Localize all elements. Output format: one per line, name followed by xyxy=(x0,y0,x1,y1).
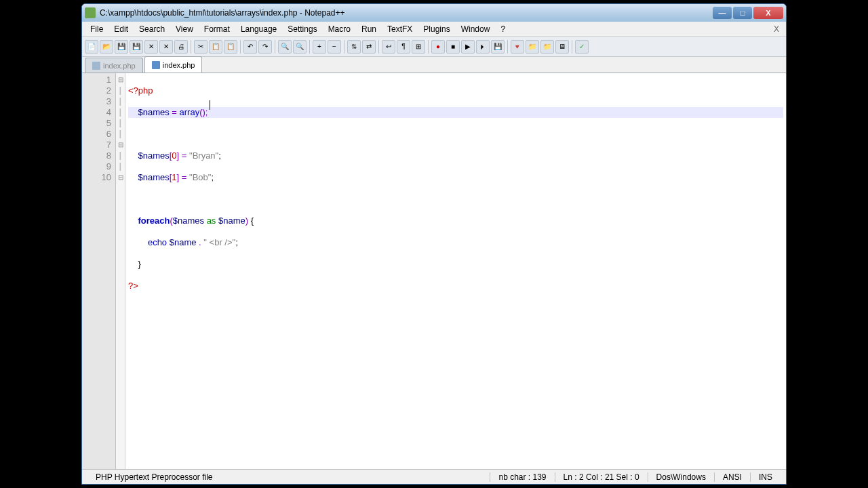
play-icon[interactable]: ▶ xyxy=(461,40,475,54)
print-icon[interactable]: 🖨 xyxy=(174,40,188,54)
fold-toggle-icon[interactable]: ⊟ xyxy=(116,172,125,183)
play-multi-icon[interactable]: ⏵ xyxy=(476,40,490,54)
line-num: 3 xyxy=(82,96,111,107)
indent-guide-icon[interactable]: ⊞ xyxy=(412,40,425,54)
close-all-icon[interactable]: ✕ xyxy=(159,40,173,54)
tabbar: index.php index.php xyxy=(82,57,786,73)
editor[interactable]: 1 2 3 4 5 6 7 8 9 10 ⊟ │ │ │ │ │ ⊟ │ │ ⊟… xyxy=(82,73,786,469)
fold-line: │ xyxy=(116,96,125,107)
menu-help[interactable]: ? xyxy=(495,23,511,35)
status-nbchar: nb char : 139 xyxy=(490,472,554,482)
window-title: C:\xampp\htdocs\public_html\tutorials\ar… xyxy=(100,8,713,18)
copy-icon[interactable]: 📋 xyxy=(209,40,222,54)
menu-settings[interactable]: Settings xyxy=(282,23,322,35)
code-line: $names[0] = "Bryan"; xyxy=(128,150,783,161)
code-line: <?php xyxy=(128,85,783,96)
tab-active[interactable]: index.php xyxy=(144,56,203,73)
tab-inactive[interactable]: index.php xyxy=(85,58,143,73)
app-icon xyxy=(85,7,96,18)
menu-format[interactable]: Format xyxy=(199,23,235,35)
line-num: 8 xyxy=(82,150,111,161)
check-icon[interactable]: ✓ xyxy=(575,40,589,54)
code-line xyxy=(128,194,783,205)
code-line: foreach($names as $name) { xyxy=(128,216,783,226)
menu-close-x[interactable]: X xyxy=(770,23,783,35)
tab-label: index.php xyxy=(163,61,195,69)
line-num: 6 xyxy=(82,129,111,140)
window-buttons: — □ X xyxy=(713,7,783,19)
stop-icon[interactable]: ■ xyxy=(446,40,460,54)
toolbar: 📄 📂 💾 💾 ✕ ✕ 🖨 ✂ 📋 📋 ↶ ↷ 🔍 🔍 + − ⇅ ⇄ ↩ ¶ … xyxy=(82,37,786,57)
status-encoding[interactable]: ANSI xyxy=(714,472,750,482)
statusbar: PHP Hypertext Preprocessor file nb char … xyxy=(82,469,786,484)
minimize-button[interactable]: — xyxy=(713,7,732,19)
bookmark-icon[interactable]: ♥ xyxy=(511,40,524,54)
redo-icon[interactable]: ↷ xyxy=(258,40,272,54)
save-icon[interactable]: 💾 xyxy=(115,40,128,54)
monitor-icon[interactable]: 🖥 xyxy=(555,40,569,54)
paste-icon[interactable]: 📋 xyxy=(224,40,237,54)
folder-icon[interactable]: 📁 xyxy=(540,40,554,54)
code-line: echo $name . " <br />"; xyxy=(128,237,783,248)
status-insert-mode[interactable]: INS xyxy=(750,472,781,482)
replace-icon[interactable]: 🔍 xyxy=(293,40,307,54)
code-line xyxy=(128,129,783,140)
show-all-icon[interactable]: ¶ xyxy=(397,40,410,54)
zoom-out-icon[interactable]: − xyxy=(328,40,341,54)
menu-plugins[interactable]: Plugins xyxy=(418,23,455,35)
fold-toggle-icon[interactable]: ⊟ xyxy=(116,140,125,150)
status-eol[interactable]: Dos\Windows xyxy=(648,472,714,482)
line-num: 9 xyxy=(82,161,111,172)
line-num: 2 xyxy=(82,85,111,96)
line-num: 4 xyxy=(82,107,111,118)
menu-window[interactable]: Window xyxy=(456,23,496,35)
record-icon[interactable]: ● xyxy=(431,40,445,54)
code-line: $names = array(); xyxy=(128,107,783,118)
menu-search[interactable]: Search xyxy=(134,23,170,35)
status-position: Ln : 2 Col : 21 Sel : 0 xyxy=(555,472,648,482)
code-line: $names[1] = "Bob"; xyxy=(128,172,783,183)
maximize-button[interactable]: □ xyxy=(733,7,752,19)
menu-file[interactable]: File xyxy=(85,23,108,35)
status-filetype: PHP Hypertext Preprocessor file xyxy=(87,472,490,482)
wrap-icon[interactable]: ↩ xyxy=(382,40,395,54)
menu-edit[interactable]: Edit xyxy=(108,23,134,35)
code-area[interactable]: <?php $names = array(); $names[0] = "Bry… xyxy=(125,73,786,469)
cut-icon[interactable]: ✂ xyxy=(194,40,208,54)
save-macro-icon[interactable]: 💾 xyxy=(491,40,505,54)
file-icon xyxy=(92,62,100,70)
menu-textfx[interactable]: TextFX xyxy=(382,23,418,35)
fold-line: │ xyxy=(116,118,125,129)
find-icon[interactable]: 🔍 xyxy=(278,40,292,54)
line-num: 7 xyxy=(82,140,111,150)
close-button[interactable]: X xyxy=(753,7,783,19)
titlebar[interactable]: C:\xampp\htdocs\public_html\tutorials\ar… xyxy=(82,4,786,22)
line-num: 5 xyxy=(82,118,111,129)
line-number-gutter: 1 2 3 4 5 6 7 8 9 10 xyxy=(82,73,116,469)
text-cursor xyxy=(210,100,210,110)
code-line: } xyxy=(128,259,783,270)
open-file-icon[interactable]: 📂 xyxy=(100,40,113,54)
sync-h-icon[interactable]: ⇄ xyxy=(362,40,376,54)
menu-run[interactable]: Run xyxy=(356,23,382,35)
fold-line: │ xyxy=(116,85,125,96)
line-num: 10 xyxy=(82,172,111,183)
fold-line: │ xyxy=(116,107,125,118)
fold-line: │ xyxy=(116,161,125,172)
code-line: ?> xyxy=(128,281,783,291)
menu-view[interactable]: View xyxy=(170,23,199,35)
new-file-icon[interactable]: 📄 xyxy=(85,40,98,54)
undo-icon[interactable]: ↶ xyxy=(243,40,257,54)
fold-column[interactable]: ⊟ │ │ │ │ │ ⊟ │ │ ⊟ xyxy=(116,73,125,469)
file-icon xyxy=(152,61,160,69)
zoom-in-icon[interactable]: + xyxy=(313,40,326,54)
close-file-icon[interactable]: ✕ xyxy=(144,40,158,54)
menu-language[interactable]: Language xyxy=(235,23,282,35)
line-num: 1 xyxy=(82,75,111,85)
fold-toggle-icon[interactable]: ⊟ xyxy=(116,75,125,85)
save-all-icon[interactable]: 💾 xyxy=(130,40,143,54)
sync-v-icon[interactable]: ⇅ xyxy=(347,40,361,54)
app-window: C:\xampp\htdocs\public_html\tutorials\ar… xyxy=(81,3,787,485)
menu-macro[interactable]: Macro xyxy=(323,23,356,35)
function-list-icon[interactable]: 📁 xyxy=(526,40,539,54)
